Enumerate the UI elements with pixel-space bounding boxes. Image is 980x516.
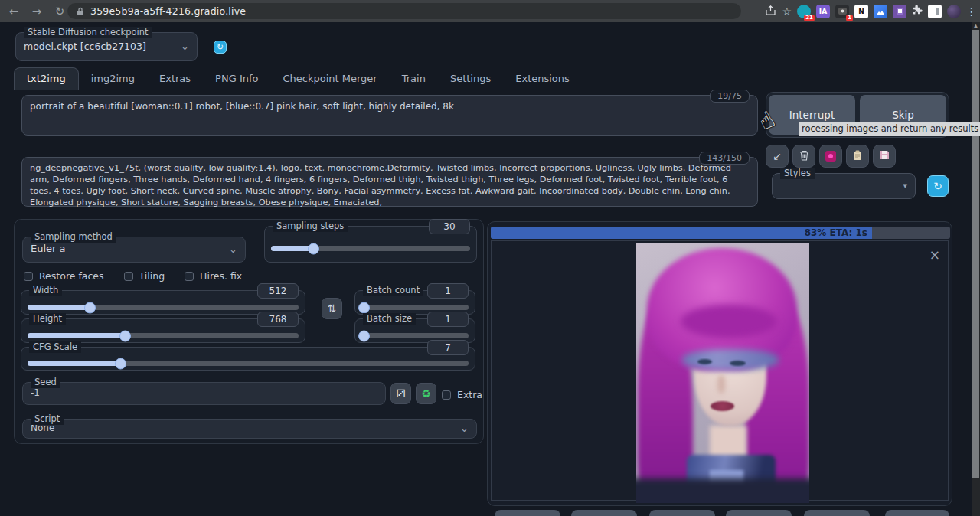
back-icon[interactable]: ←	[5, 2, 23, 21]
width-slider[interactable]	[28, 305, 299, 310]
sampling-method-dropdown[interactable]: Sampling method Euler a ⌄	[22, 237, 246, 263]
width-label: Width	[29, 285, 62, 296]
slider-knob[interactable]	[358, 302, 370, 313]
tab-png-info[interactable]: PNG Info	[203, 68, 270, 90]
gallery-action-button[interactable]	[649, 510, 715, 516]
apply-style-button[interactable]	[846, 145, 869, 168]
checkbox-icon[interactable]	[24, 272, 33, 281]
refresh-icon: ↻	[217, 42, 224, 52]
width-input[interactable]: 512	[257, 283, 299, 299]
height-slider[interactable]	[28, 333, 299, 338]
sidebar-panel-icon[interactable]	[928, 5, 942, 18]
checkpoint-label: Stable Diffusion checkpoint	[24, 27, 152, 38]
cfg-scale-input[interactable]: 7	[427, 340, 469, 355]
negative-token-counter: 143/150	[699, 152, 750, 165]
share-icon[interactable]	[765, 5, 776, 18]
gallery-action-button[interactable]	[885, 510, 949, 516]
gallery-action-button[interactable]	[495, 510, 560, 516]
refresh-icon: ↻	[933, 180, 942, 192]
seed-extra-label: Extra	[457, 389, 482, 400]
profile-avatar[interactable]	[947, 5, 961, 18]
negative-prompt-textarea[interactable]: 143/150 ng_deepnegative_v1_75t, (worst q…	[21, 157, 758, 207]
pin-extension-icon[interactable]: 21	[797, 5, 811, 18]
scrollbar-thumb[interactable]	[972, 30, 979, 478]
ia-extension-icon[interactable]: IA	[816, 5, 830, 18]
cfg-scale-label: CFG Scale	[29, 341, 81, 353]
interrupt-tooltip: rocessing images and return any results …	[799, 122, 980, 136]
gallery-action-button[interactable]	[726, 510, 792, 516]
gallery-action-button[interactable]	[804, 510, 870, 516]
batch-count-input[interactable]: 1	[427, 283, 469, 299]
batch-size-slider[interactable]	[361, 333, 469, 338]
prompt-tools: ↙	[766, 145, 896, 168]
checkbox-icon[interactable]	[185, 272, 194, 281]
chevron-down-icon: ⌄	[460, 423, 469, 434]
seed-extra-checkbox[interactable]: Extra	[442, 389, 482, 400]
address-bar[interactable]: 359e5b9a-a5ff-4216.gradio.live	[67, 3, 741, 19]
height-input[interactable]: 768	[257, 312, 299, 327]
seed-input[interactable]: Seed -1	[22, 382, 386, 405]
tiling-checkbox[interactable]: Tiling	[124, 270, 165, 282]
slider-knob[interactable]	[119, 330, 131, 341]
photos-extension-icon[interactable]	[874, 5, 887, 18]
portrait-eye	[697, 359, 712, 364]
pin-badge: 21	[804, 15, 815, 21]
checkpoint-refresh-button[interactable]: ↻	[214, 41, 227, 54]
extensions-puzzle-icon[interactable]	[912, 5, 923, 18]
generated-image[interactable]	[636, 243, 809, 503]
tab-settings[interactable]: Settings	[438, 68, 503, 90]
hires-fix-checkbox[interactable]: Hires. fix	[185, 270, 242, 282]
generation-progress-bar: 83% ETA: 1s	[491, 227, 950, 239]
restore-faces-checkbox[interactable]: Restore faces	[24, 270, 104, 282]
sampling-steps-slider[interactable]	[271, 246, 470, 251]
browser-toolbar: ← → ↻ 359e5b9a-a5ff-4216.gradio.live ☆ 2…	[0, 0, 980, 22]
close-icon[interactable]: ×	[929, 247, 940, 263]
scrollbar-track[interactable]: ▲	[972, 22, 980, 516]
reload-icon[interactable]: ↻	[51, 2, 69, 21]
portrait-eyeshadow	[682, 349, 779, 371]
batch-size-input[interactable]: 1	[427, 312, 469, 327]
scrollbar-up-icon[interactable]: ▲	[972, 22, 980, 30]
swap-dimensions-button[interactable]: ⇅	[322, 298, 342, 319]
tab-extensions[interactable]: Extensions	[503, 68, 582, 90]
url-text: 359e5b9a-a5ff-4216.gradio.live	[90, 5, 246, 17]
checkbox-icon[interactable]	[442, 390, 451, 400]
extra-networks-icon	[825, 151, 836, 162]
office-extension-icon[interactable]	[893, 5, 906, 18]
notion-extension-icon[interactable]: N	[854, 5, 868, 18]
portrait-eye	[730, 361, 746, 366]
save-style-button[interactable]	[873, 145, 896, 168]
batch-size-label: Batch size	[363, 313, 416, 325]
slider-knob[interactable]	[308, 243, 319, 254]
tab-checkpoint-merger[interactable]: Checkpoint Merger	[270, 68, 389, 90]
dropdown-arrow-icon: ▾	[903, 181, 907, 191]
prompt-textarea[interactable]: 19/75 portrait of a beautiful [woman::0.…	[21, 95, 758, 136]
reuse-seed-button[interactable]: ♻	[416, 383, 436, 404]
option-checkboxes: Restore faces Tiling Hires. fix	[24, 270, 242, 282]
cfg-scale-slider[interactable]	[28, 361, 469, 366]
random-seed-button[interactable]: ⚂	[390, 383, 411, 404]
tab-txt2img[interactable]: txt2img	[14, 67, 79, 90]
gallery-action-button[interactable]	[571, 510, 637, 516]
checkpoint-dropdown[interactable]: Stable Diffusion checkpoint model.ckpt […	[15, 32, 198, 61]
tiling-label: Tiling	[139, 270, 165, 282]
sampling-steps-input[interactable]: 30	[429, 219, 470, 234]
bookmark-star-icon[interactable]: ☆	[782, 5, 792, 18]
script-dropdown[interactable]: Script None ⌄	[22, 419, 477, 439]
tab-extras[interactable]: Extras	[147, 68, 203, 90]
slider-knob[interactable]	[358, 330, 370, 341]
camera-extension-icon[interactable]: 1	[835, 5, 849, 18]
tab-train[interactable]: Train	[390, 68, 438, 90]
slider-knob[interactable]	[115, 358, 126, 369]
checkbox-icon[interactable]	[124, 272, 133, 281]
clear-prompt-button[interactable]	[792, 145, 815, 168]
batch-count-slider[interactable]	[361, 305, 469, 310]
styles-dropdown[interactable]: Styles ▾	[772, 173, 916, 199]
extra-networks-button[interactable]	[819, 145, 842, 168]
slider-knob[interactable]	[84, 302, 96, 313]
styles-refresh-button[interactable]: ↻	[927, 175, 949, 197]
paste-params-button[interactable]: ↙	[766, 145, 789, 168]
tab-img2img[interactable]: img2img	[79, 68, 147, 90]
forward-icon[interactable]: →	[28, 2, 46, 21]
browser-menu-icon[interactable]: ⋮	[966, 5, 977, 18]
